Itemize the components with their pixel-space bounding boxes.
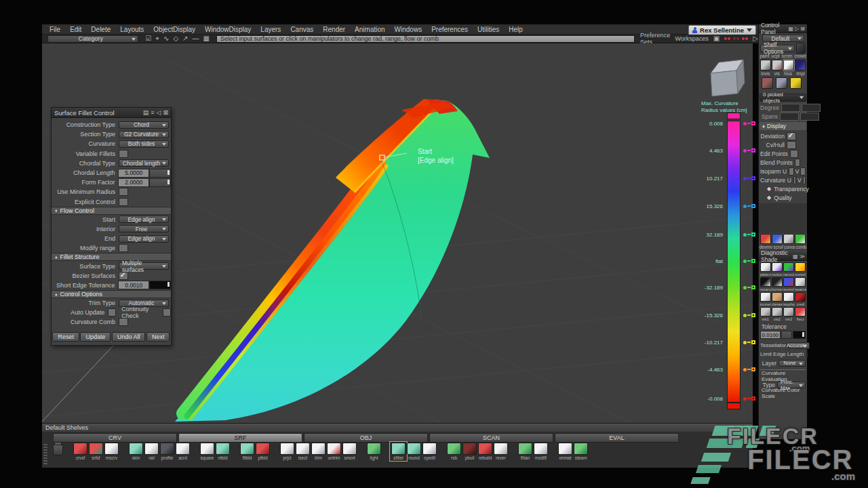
diagnostic-rancol-button[interactable]: rancol (783, 262, 795, 277)
expand-icon[interactable]: ▷ (795, 26, 799, 32)
lamp-icon[interactable] (790, 77, 802, 89)
isoparm-u-checkbox[interactable] (789, 167, 794, 176)
skin-icon[interactable] (129, 443, 143, 455)
light-icon[interactable] (367, 443, 381, 455)
vred-icon[interactable] (795, 292, 806, 302)
seams-icon[interactable] (795, 277, 806, 287)
more-icon[interactable]: ≫ (800, 253, 805, 260)
shelf-tab-crv[interactable]: CRV (53, 433, 177, 443)
spans-v-field[interactable] (800, 113, 819, 121)
degree-v-field[interactable] (802, 104, 821, 112)
tmpl-icon[interactable] (795, 60, 806, 70)
tool-light-button[interactable]: light (366, 443, 382, 460)
shelf-tab-obj[interactable]: OBJ (304, 433, 428, 443)
diagnostic-tunnel-button[interactable]: tunnel (760, 292, 771, 306)
section-type-dropdown[interactable]: G2 Curvature (119, 131, 169, 138)
mzdift-icon[interactable] (534, 443, 548, 455)
mscrv-icon[interactable] (104, 443, 119, 455)
slider-thumb[interactable] (167, 180, 170, 184)
diagnostic-platen-button[interactable]: platen (760, 262, 771, 277)
shelf-options-dropdown[interactable]: Shelf Options (760, 45, 795, 52)
diagnostic-seams-button[interactable]: seams (795, 277, 806, 291)
tool-mscrv-button[interactable]: mscrv (104, 443, 119, 460)
hlus-icon[interactable] (783, 60, 794, 70)
pfbld-icon[interactable] (256, 443, 270, 455)
diagnostic-flecr-button[interactable]: flecr (795, 307, 806, 321)
tool-rebuild-button[interactable]: rebuild (477, 443, 493, 460)
round-icon[interactable] (407, 443, 421, 455)
scale-marker[interactable] (743, 340, 755, 344)
form-factor-slider[interactable] (149, 178, 171, 187)
tool-smort-button[interactable]: smort (342, 443, 357, 460)
chordal-length-field[interactable]: 5.0000 (118, 169, 149, 178)
grid-view-icon[interactable]: ▦ (793, 253, 798, 260)
diagnostic-vis3-button[interactable]: vis3 (783, 307, 795, 321)
panel-title-bar[interactable]: Surface Fillet Control ▤≡◁⊠ (52, 108, 171, 118)
tool-rever-button[interactable]: rever (493, 443, 509, 460)
undo-all-button[interactable]: Undo All (112, 332, 146, 342)
tool-steam-button[interactable]: steam (573, 443, 589, 460)
section-flow-control[interactable]: ♦Flow Control (52, 207, 171, 215)
variable-fillets-checkbox[interactable] (119, 150, 128, 158)
scale-marker[interactable] (743, 313, 755, 317)
vis3-icon[interactable] (783, 307, 794, 317)
cv-toggle-icon[interactable] (762, 77, 773, 89)
mulcol-icon[interactable] (772, 262, 783, 272)
tool-rail-button[interactable]: rail (144, 443, 159, 460)
rsb-icon[interactable] (447, 443, 461, 455)
tool-square-button[interactable]: square (199, 443, 215, 460)
vis2-icon[interactable] (772, 307, 783, 317)
tolerance-slider-dark[interactable] (793, 331, 806, 339)
diagnostic-shade-header[interactable]: Diagnostic Shade ▦≫ (759, 252, 807, 261)
grid-view-icon[interactable]: ▦ (789, 26, 794, 32)
scale-marker[interactable] (743, 396, 755, 401)
smort-icon[interactable] (342, 443, 357, 455)
spans-u-field[interactable] (780, 113, 799, 121)
layer-dropdown[interactable]: None (778, 360, 806, 367)
tool-untrim-button[interactable]: untrim (326, 443, 342, 460)
rebuild-icon[interactable] (478, 443, 492, 455)
isoparm-v-checkbox[interactable] (800, 167, 806, 176)
update-button[interactable]: Update (80, 332, 111, 342)
form-factor-field[interactable]: 2.0000 (118, 178, 149, 187)
tool-crvsf-button[interactable]: crvsf (73, 443, 88, 460)
tolerance-slider[interactable] (781, 331, 793, 339)
short-edge-tolerance-field[interactable]: 0.0010 (118, 281, 149, 289)
tool-srfsf-button[interactable]: srfsf (88, 443, 104, 460)
grid-view-icon[interactable]: ▦ (728, 424, 734, 431)
diagnostic-vis2-button[interactable]: vis2 (771, 307, 783, 321)
square-icon[interactable] (200, 443, 214, 455)
close-icon[interactable]: ⊠ (163, 110, 168, 116)
curvature-comb-checkbox[interactable] (119, 318, 128, 326)
hull-toggle-icon[interactable] (776, 77, 787, 89)
isophotes-icon[interactable] (783, 292, 794, 302)
tool-ntbld-button[interactable]: ntbld (215, 443, 231, 460)
display-section-header[interactable]: ♦ Display (760, 122, 806, 130)
cyedit-icon[interactable] (422, 443, 437, 455)
curevl-icon[interactable] (795, 262, 806, 272)
shelf-tab-eval[interactable]: EVAL (555, 433, 679, 443)
fltbld-icon[interactable] (240, 443, 254, 455)
flecr-icon[interactable] (795, 307, 806, 317)
chordal-type-dropdown[interactable]: Chordal length (119, 159, 169, 167)
modify-range-checkbox[interactable] (119, 244, 128, 252)
trim-type-dropdown[interactable]: Automatic (119, 300, 169, 307)
horver-icon[interactable] (772, 277, 783, 287)
tool-pfbld-button[interactable]: pfbld (255, 443, 271, 460)
diagnostic-isophotes-button[interactable]: isophotes (783, 292, 795, 306)
deviation-checkbox[interactable] (787, 132, 796, 140)
tessellator-dropdown[interactable]: Accurate (788, 342, 810, 349)
deviation-map-icon[interactable] (760, 234, 771, 244)
trim-icon[interactable] (311, 443, 326, 455)
invis-icon[interactable] (760, 60, 771, 70)
curvature-v-checkbox[interactable] (803, 176, 806, 184)
collapse-icon[interactable]: ▽ (737, 424, 742, 431)
diagnostic-surevl-button[interactable]: surevl (783, 277, 795, 291)
surface-eval-icon[interactable] (772, 234, 783, 244)
untrim-icon[interactable] (327, 443, 341, 455)
tool-isect-button[interactable]: isect (295, 443, 311, 460)
bezier-surfaces-checkbox[interactable] (119, 272, 128, 280)
diagnostic-mulcol-button[interactable]: mulcol (771, 262, 783, 277)
surevl-icon[interactable] (783, 277, 794, 287)
profile-icon[interactable] (160, 443, 174, 455)
